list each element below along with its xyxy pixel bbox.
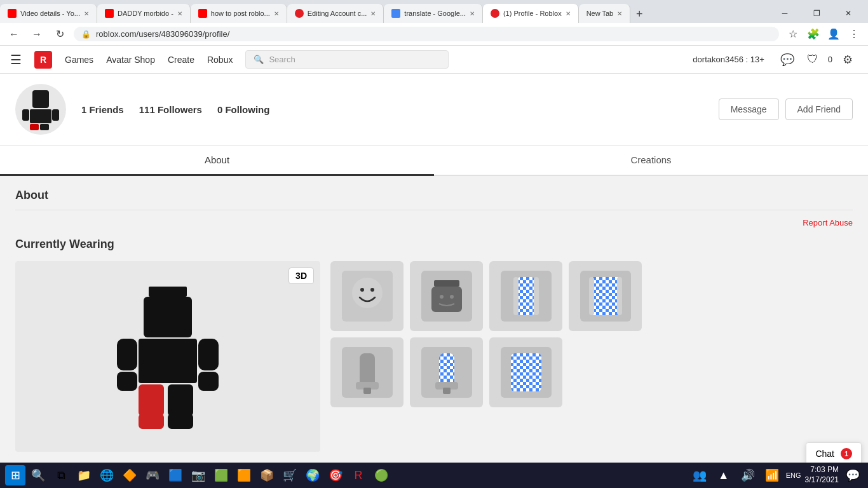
taskbar-app5[interactable]: 🛒 (280, 465, 300, 485)
item-arm-right[interactable] (489, 261, 562, 331)
taskbar-app1[interactable]: 🟦 (165, 465, 186, 485)
roblox-navbar: ☰ R Games Avatar Shop Create Robux 🔍 Sea… (0, 46, 868, 74)
close-button[interactable]: ✕ (834, 4, 863, 23)
item-arm-left-blue[interactable] (410, 337, 483, 407)
chat-widget[interactable]: Chat 1 (806, 442, 862, 465)
tab-creations[interactable]: Creations (434, 146, 868, 176)
taskbar-app4[interactable]: 📦 (257, 465, 277, 485)
svg-rect-32 (513, 277, 519, 315)
tab-bar: Video details - Yo... ✕ DADDY morbido - … (0, 0, 868, 23)
tab-close-5[interactable]: ✕ (470, 10, 475, 17)
tab-favicon-yt2 (105, 9, 114, 18)
tab-translate[interactable]: translate - Google... ✕ (384, 4, 483, 23)
item-arm-left[interactable] (330, 337, 403, 407)
back-button[interactable]: ← (5, 25, 23, 43)
following-stat[interactable]: 0 Following (217, 104, 270, 115)
tab-editing-account[interactable]: Editing Account c... ✕ (287, 4, 384, 23)
tab-daddy[interactable]: DADDY morbido - ✕ (97, 4, 191, 23)
nav-robux[interactable]: Robux (207, 55, 233, 65)
taskbar-people[interactable]: 👥 (689, 465, 710, 485)
svg-rect-8 (139, 339, 197, 383)
tab-post-roblox[interactable]: how to post roblo... ✕ (191, 4, 287, 23)
menu-icon[interactable]: ⋮ (845, 25, 863, 43)
lock-icon: 🔒 (81, 30, 91, 39)
taskbar-network[interactable]: 🔊 (738, 465, 758, 485)
extensions-icon[interactable]: 🧩 (804, 25, 822, 43)
forward-button[interactable]: → (28, 25, 46, 43)
tab-close-2[interactable]: ✕ (177, 10, 182, 17)
message-button[interactable]: Message (719, 98, 779, 120)
new-tab-button[interactable]: + (630, 5, 648, 23)
taskbar-notification[interactable]: 💬 (843, 465, 863, 485)
followers-stat[interactable]: 111 Followers (139, 104, 202, 115)
svg-rect-10 (198, 339, 219, 370)
item-pants[interactable] (489, 337, 562, 407)
robux-count: 0 (828, 55, 832, 64)
taskbar-app2[interactable]: 🟩 (211, 465, 231, 485)
add-friend-button[interactable]: Add Friend (785, 98, 853, 120)
report-abuse-link[interactable]: Report Abuse (15, 218, 853, 227)
avatar (15, 84, 66, 135)
svg-rect-31 (516, 277, 536, 315)
minimize-button[interactable]: ─ (770, 4, 799, 23)
tab-profile-roblox[interactable]: (1) Profile - Roblox ✕ (483, 4, 579, 23)
avatar-preview: 3D (15, 261, 320, 452)
username-display: dortakon3456 : 13+ (693, 55, 764, 64)
svg-rect-53 (443, 388, 451, 394)
avatar-svg (18, 87, 63, 132)
tab-video-details[interactable]: Video details - Yo... ✕ (0, 4, 97, 23)
taskbar-photoshop[interactable]: 📷 (188, 465, 208, 485)
refresh-button[interactable]: ↻ (51, 25, 69, 43)
taskbar-search[interactable]: 🔍 (28, 465, 48, 485)
tab-close-4[interactable]: ✕ (370, 10, 376, 17)
tab-label-1: Video details - Yo... (20, 10, 80, 17)
taskbar-file-explorer[interactable]: 📁 (74, 465, 94, 485)
hamburger-menu[interactable]: ☰ (10, 52, 22, 67)
item-face[interactable] (330, 261, 403, 331)
svg-rect-15 (139, 414, 164, 429)
taskbar-volume[interactable]: 📶 (762, 465, 782, 485)
tab-label-6: (1) Profile - Roblox (503, 10, 562, 17)
taskbar-blender[interactable]: 🔶 (119, 465, 140, 485)
bookmark-icon[interactable]: ☆ (784, 25, 802, 43)
maximize-button[interactable]: ❐ (802, 4, 831, 23)
tab-close-3[interactable]: ✕ (274, 10, 279, 17)
svg-rect-41 (617, 277, 622, 315)
taskbar-task-view[interactable]: ⧉ (51, 465, 71, 485)
tab-close-1[interactable]: ✕ (84, 10, 89, 17)
svg-rect-45 (363, 388, 371, 394)
tab-about[interactable]: About (0, 146, 434, 176)
nav-avatar-shop[interactable]: Avatar Shop (106, 55, 155, 65)
address-bar: ← → ↻ 🔒 roblox.com/users/483096039/profi… (0, 23, 868, 46)
tab-close-6[interactable]: ✕ (566, 10, 571, 17)
chat-icon[interactable]: 💬 (777, 50, 797, 70)
taskbar-app3[interactable]: 🟧 (234, 465, 254, 485)
settings-icon[interactable]: ⚙ (837, 50, 858, 70)
taskbar-gamepad[interactable]: 🎮 (142, 465, 163, 485)
start-button[interactable]: ⊞ (5, 465, 25, 485)
btn-3d[interactable]: 3D (288, 268, 314, 284)
search-bar[interactable]: 🔍 Search (245, 50, 449, 69)
taskbar-chevron-up[interactable]: ▲ (714, 465, 734, 485)
url-bar[interactable]: 🔒 roblox.com/users/483096039/profile/ (74, 27, 779, 41)
taskbar-game[interactable]: 🟢 (371, 465, 391, 485)
svg-rect-2 (22, 109, 29, 121)
item-head[interactable] (410, 261, 483, 331)
svg-rect-12 (198, 372, 219, 391)
tab-new-tab[interactable]: New Tab ✕ (579, 4, 631, 23)
shield-icon[interactable]: 🛡 (803, 50, 823, 70)
profile-icon[interactable]: 👤 (825, 25, 843, 43)
roblox-logo[interactable]: R (34, 51, 52, 69)
taskbar-roblox[interactable]: R (348, 465, 369, 485)
nav-games[interactable]: Games (65, 55, 93, 65)
taskbar-globe[interactable]: 🌍 (302, 465, 323, 485)
tab-close-7[interactable]: ✕ (617, 10, 622, 17)
profile-tabs: About Creations (0, 146, 868, 176)
taskbar-app6[interactable]: 🎯 (325, 465, 346, 485)
svg-point-25 (450, 295, 454, 299)
nav-create[interactable]: Create (168, 55, 194, 65)
friends-stat[interactable]: 1 Friends (81, 104, 124, 115)
taskbar-chrome[interactable]: 🌐 (97, 465, 117, 485)
svg-rect-33 (534, 277, 539, 315)
item-torso[interactable] (569, 261, 642, 331)
